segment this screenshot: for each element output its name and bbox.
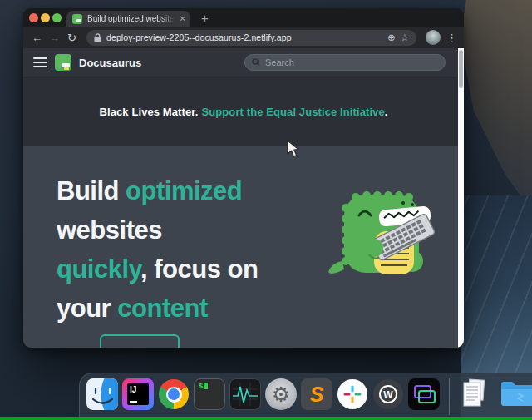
- lock-icon: [94, 33, 101, 42]
- search-icon: [252, 58, 260, 67]
- tab-strip: Build optimized websites quick ✕ +: [23, 8, 464, 27]
- url-text: deploy-preview-2205--docusaurus-2.netlif…: [106, 32, 292, 42]
- hero-word: websites: [57, 215, 162, 245]
- search-bar[interactable]: [244, 54, 446, 71]
- workplace-letter: W: [383, 389, 392, 401]
- sublime-letter: S: [310, 383, 324, 406]
- slack-icon[interactable]: [337, 378, 368, 410]
- tab-close-icon[interactable]: ✕: [180, 14, 186, 23]
- system-preferences-icon[interactable]: ⚙: [265, 378, 297, 410]
- screens-app-icon[interactable]: [408, 378, 440, 410]
- hero-word: your: [57, 294, 117, 323]
- dock-divider: [449, 378, 450, 415]
- search-input[interactable]: [265, 57, 438, 67]
- site-navbar: Docusaurus: [23, 48, 464, 77]
- hero-word: , focus on: [140, 254, 258, 284]
- forward-icon[interactable]: →: [47, 32, 62, 44]
- site-brand[interactable]: Docusaurus: [79, 57, 141, 69]
- tab-title: Build optimized websites quick: [87, 14, 176, 23]
- back-icon[interactable]: ←: [30, 32, 44, 44]
- hero-section: Build optimizedwebsitesquickly, focus on…: [23, 146, 464, 348]
- browser-tab[interactable]: Build optimized websites quick ✕: [66, 11, 190, 27]
- hero-word-highlight: content: [117, 294, 207, 323]
- scrollbar-thumb[interactable]: [459, 50, 463, 88]
- page-viewport: Docusaurus Black Lives Matter.Support th…: [23, 48, 464, 348]
- docusaurus-dinosaur-illustration: [326, 171, 442, 288]
- hero-word-highlight: optimized: [126, 176, 242, 205]
- activity-monitor-icon[interactable]: [229, 378, 261, 410]
- desktop: Build optimized websites quick ✕ + ← → ↻…: [0, 0, 532, 420]
- hamburger-menu-icon[interactable]: [33, 57, 47, 67]
- get-started-button[interactable]: [100, 334, 180, 348]
- terminal-prompt: $: [199, 382, 203, 390]
- new-tab-button[interactable]: +: [197, 10, 213, 26]
- page-scrollbar[interactable]: [458, 48, 464, 348]
- bookmark-star-icon[interactable]: ☆: [401, 32, 409, 43]
- hero-word: Build: [57, 176, 126, 205]
- reload-icon[interactable]: ↻: [65, 32, 79, 44]
- browser-window: Build optimized websites quick ✕ + ← → ↻…: [23, 8, 464, 348]
- browser-toolbar: ← → ↻ deploy-preview-2205--docusaurus-2.…: [23, 27, 464, 48]
- gear-icon: ⚙: [272, 383, 290, 406]
- profile-avatar[interactable]: [426, 30, 441, 45]
- address-bar[interactable]: deploy-preview-2205--docusaurus-2.netlif…: [86, 30, 416, 46]
- window-close-button[interactable]: [29, 13, 38, 22]
- hero-word-highlight: quickly: [57, 254, 140, 284]
- chrome-icon[interactable]: [158, 378, 190, 410]
- intellij-idea-icon[interactable]: IJ: [122, 378, 154, 410]
- finder-icon[interactable]: [86, 378, 118, 410]
- site-action-icon[interactable]: ⊕: [387, 32, 396, 43]
- wallpaper-rocks: [461, 0, 532, 212]
- intellij-letters: IJ: [130, 385, 136, 394]
- window-zoom-button[interactable]: [52, 13, 62, 22]
- window-minimize-button[interactable]: [41, 13, 50, 22]
- mouse-cursor: [287, 140, 300, 158]
- workplace-icon[interactable]: W: [372, 378, 404, 410]
- documents-stack-icon[interactable]: [459, 378, 490, 410]
- announcement-suffix: .: [385, 106, 388, 118]
- dock: IJ $ ⚙ S: [79, 373, 532, 420]
- folder-icon[interactable]: [500, 378, 532, 410]
- announcement-bar: Black Lives Matter.Support the Equal Jus…: [23, 77, 464, 146]
- announcement-link[interactable]: Support the Equal Justice Initiative: [201, 106, 384, 118]
- browser-menu-icon[interactable]: ⋮: [446, 32, 457, 44]
- bottom-green-bar: [0, 417, 532, 420]
- sublime-text-icon[interactable]: S: [301, 378, 332, 410]
- announcement-text: Black Lives Matter.: [100, 106, 199, 118]
- docusaurus-favicon-icon: [72, 14, 82, 24]
- docusaurus-logo-icon[interactable]: [55, 54, 71, 71]
- terminal-icon[interactable]: $: [194, 378, 225, 410]
